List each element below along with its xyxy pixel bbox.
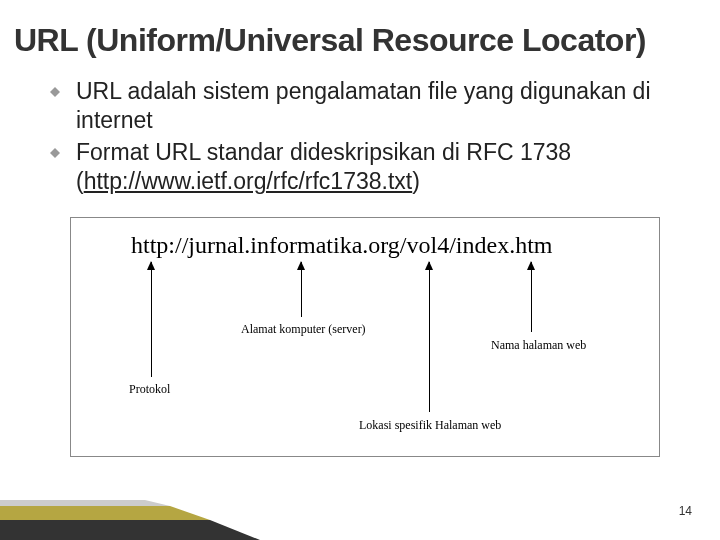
bullet-item: Format URL standar dideskripsikan di RFC…	[50, 138, 690, 197]
bullet-list: URL adalah sistem pengalamatan file yang…	[0, 77, 720, 197]
label-nama: Nama halaman web	[491, 338, 586, 353]
bullet-text: URL adalah sistem pengalamatan file yang…	[76, 78, 651, 133]
svg-marker-1	[0, 506, 210, 520]
slide-title: URL (Uniform/Universal Resource Locator)	[0, 0, 720, 77]
page-number: 14	[679, 504, 692, 518]
rfc-link[interactable]: http://www.ietf.org/rfc/rfc1738.txt	[84, 168, 413, 194]
arrow-protokol	[151, 262, 152, 377]
svg-marker-0	[0, 520, 260, 540]
bullet-text-post: )	[412, 168, 420, 194]
bullet-item: URL adalah sistem pengalamatan file yang…	[50, 77, 690, 136]
example-url: http://jurnal.informatika.org/vol4/index…	[131, 232, 553, 259]
corner-accent	[0, 500, 280, 540]
arrow-alamat	[301, 262, 302, 317]
arrow-lokasi	[429, 262, 430, 412]
label-protokol: Protokol	[129, 382, 170, 397]
label-alamat: Alamat komputer (server)	[241, 322, 366, 337]
arrow-nama	[531, 262, 532, 332]
svg-marker-2	[0, 500, 170, 506]
label-lokasi: Lokasi spesifik Halaman web	[359, 418, 501, 433]
url-diagram: http://jurnal.informatika.org/vol4/index…	[70, 217, 660, 457]
